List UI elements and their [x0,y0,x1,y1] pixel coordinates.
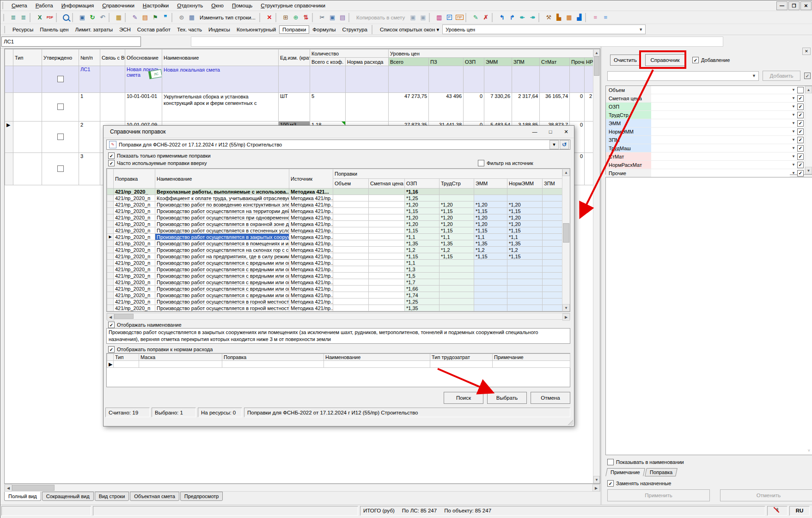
trudstr-cell[interactable]: *1,20 [440,214,474,221]
source-cell[interactable]: Методика 421/пр... [289,260,333,266]
normemm-cell[interactable] [507,189,543,195]
add-button[interactable]: Добавить [763,71,800,81]
correction-code-cell[interactable]: 421/пр_2020_п [114,234,155,240]
trudstr-cell[interactable] [440,260,474,266]
trudstr-cell[interactable] [440,286,474,292]
approved-cell[interactable] [42,153,79,185]
emm-cell[interactable]: *1,15 [474,253,507,260]
correction-name-cell[interactable]: Производство работ осуществляется с вред… [155,292,289,299]
correction-code-cell[interactable]: 421/пр_2020_п [114,279,155,286]
correction-select[interactable]: ▼ [607,71,759,81]
formula-field[interactable] [191,37,723,47]
emm-cell[interactable]: *1,2 [474,247,507,253]
chevron-down-icon[interactable]: ▼ [790,121,797,125]
correction-name-cell[interactable]: Производство работ осуществляется в стес… [155,227,289,234]
menu-item[interactable]: Справочники [98,1,139,10]
volume-cell[interactable] [333,234,369,240]
note-text-area[interactable]: ˅ [605,177,812,455]
menu-item[interactable]: Структурные справочники [256,1,330,10]
value-cell[interactable]: 0 [570,93,585,122]
reference-button[interactable]: Справочник [645,54,685,66]
source-cell[interactable]: Методика 421/пр... [289,273,333,279]
scroll-up-icon[interactable]: ▲ [593,49,600,56]
excel-icon[interactable]: X [35,13,45,22]
correction-name-cell[interactable]: Производство работ осуществляется в охра… [155,221,289,227]
source-cell[interactable]: Методика 421/пр... [289,292,333,299]
ozp-cell[interactable]: *1,15 [405,208,440,214]
source-cell[interactable]: Методика 421/пр... [289,221,333,227]
clear-button[interactable]: Очистить [610,55,641,66]
trudstr-cell[interactable] [440,305,474,311]
menu-item[interactable]: Работа [31,1,57,10]
parameter-checkbox[interactable]: ✓ [797,137,804,143]
parameter-checkbox[interactable]: ✓ [797,128,804,135]
menu-item[interactable]: Настройки [139,1,173,10]
approved-cell[interactable] [42,66,79,93]
correction-code-cell[interactable]: 421/пр_2020_п [114,227,155,234]
emm-cell[interactable] [474,195,507,201]
zpm-cell[interactable] [543,227,563,234]
ozp-cell[interactable]: *1,74 [405,292,440,299]
chevron-down-icon[interactable]: ▼ [790,104,797,109]
basis-cell[interactable]: Новая локаль сметаЛС [125,66,162,93]
undo-icon[interactable]: ↺ [560,140,569,149]
show-name-checkbox[interactable]: ✓ [108,322,115,328]
normemm-cell[interactable]: *1,20 [507,201,543,208]
add-option-checkbox[interactable]: ✓ [804,73,811,79]
correction-code-cell[interactable]: 421/пр_2020_п [114,266,155,273]
volume-cell[interactable] [333,189,369,195]
volume-cell[interactable] [333,253,369,260]
scroll-right-icon[interactable]: ▶ [592,484,600,492]
chevron-down-icon[interactable]: ▼ [790,88,797,92]
correction-name-cell[interactable]: Производство работ осуществляется на тер… [155,208,289,214]
correction-name-cell[interactable]: Верхолазные работы, выполняемые с исполь… [155,189,289,195]
parameter-field[interactable] [651,161,790,169]
price-level-combobox[interactable]: Уровень цен▼ [442,24,646,34]
parameter-field[interactable] [651,94,790,102]
search-button[interactable]: Поиск [444,392,483,404]
correction-code-cell[interactable]: 421/пр_2020_п [114,260,155,266]
correction-row[interactable]: 421/пр_2020_пПроизводство работ осуществ… [107,227,563,234]
correction-name-cell[interactable]: Производство работ осуществляется при од… [155,214,289,221]
correction-name-cell[interactable]: Производство работ осуществляется с вред… [155,273,289,279]
adding-checkbox[interactable]: ✓ [692,57,699,63]
parameter-row[interactable]: ОЗП▼✓ [606,103,812,111]
dialog-title-bar[interactable]: Справочник поправок — □ ✕ [104,126,574,138]
scroll-right-icon[interactable]: ▶ [562,313,570,321]
section-button[interactable]: Конъюнктурный [233,25,279,34]
level-up2-icon[interactable]: ↱ [507,13,517,22]
truck2-icon[interactable]: ▟ [574,13,584,22]
parameter-field[interactable] [651,136,790,144]
ozp-cell[interactable]: *1,1 [405,234,440,240]
trudstr-cell[interactable]: *1,15 [440,208,474,214]
correction-row[interactable]: ▶421/пр_2020_пПроизводство работ осущест… [107,234,563,240]
unit-cell[interactable] [279,66,310,93]
num-cell[interactable]: 2 [79,122,100,153]
move-rows-icon[interactable]: ⇅ [301,13,311,22]
emm-cell[interactable] [474,266,507,273]
ozp-cell[interactable]: *1,20 [405,214,440,221]
empty-cell[interactable] [222,361,324,368]
correction-name-cell[interactable]: Производство работ осуществляется в горн… [155,299,289,305]
parameter-row[interactable]: ЭММ▼✓ [606,119,812,128]
volume-cell[interactable] [333,221,369,227]
building-icon[interactable]: ▦ [187,13,197,22]
source-cell[interactable]: Методика 421/пр... [289,286,333,292]
estimate-price-cell[interactable] [369,266,405,273]
estimate-price-cell[interactable] [369,292,405,299]
empty-cell[interactable] [493,361,570,368]
show-in-name-checkbox[interactable] [607,459,614,465]
empty-cell[interactable] [430,361,493,368]
parameter-row[interactable]: Сметная цена▼✓ [606,94,812,103]
normemm-cell[interactable]: *1,15 [507,253,543,260]
correction-name-cell[interactable]: Производство работ осуществляется с вред… [155,286,289,292]
ozp-cell[interactable]: *1,16 [405,189,440,195]
dialog-cancel-button[interactable]: Отмена [531,392,570,404]
zpm-cell[interactable] [543,266,563,273]
delete-icon[interactable]: ✕ [264,13,275,22]
panel-close-icon[interactable]: ✕ [802,48,811,55]
estimate-ref-input[interactable] [1,37,141,47]
menu-item[interactable]: Отдохнуть [173,1,207,10]
correction-code-cell[interactable]: 421/пр_2020_п [114,208,155,214]
num-cell[interactable]: 3 [79,153,100,185]
